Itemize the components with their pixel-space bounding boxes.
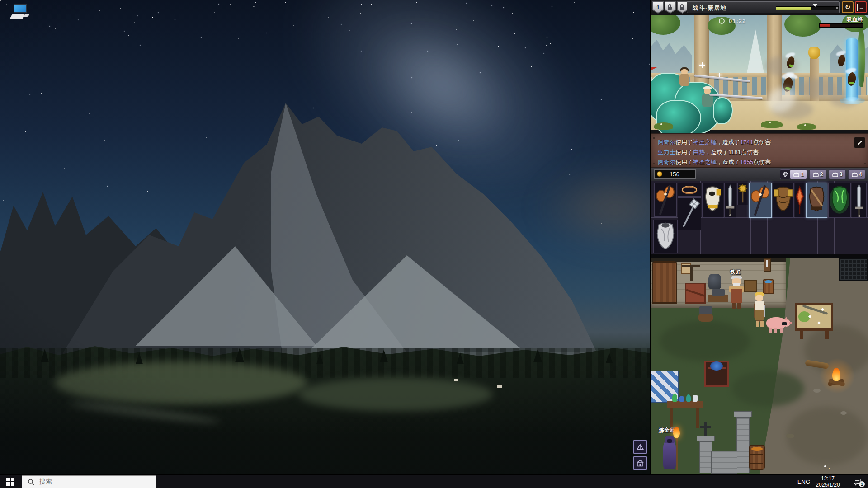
expand-icon [857,140,863,146]
stage-title: 战斗·聚居地 [693,4,726,12]
gem-button[interactable] [780,169,791,179]
potion-bottle-green [672,394,677,402]
bag-tab-number: 1 [801,171,804,178]
inventory-slot-armor-leather[interactable] [806,183,827,218]
hanging-plant [651,15,680,35]
talisman-red-icon [795,183,805,217]
inventory-slot-scepter[interactable] [678,197,701,230]
combat-log-line: 阿奇尔使用了神圣之锤，造成了1655点伤害 [658,158,771,166]
bag-tab-4[interactable]: 4 [848,169,865,179]
armor-leather-icon [807,183,827,217]
alchemist-npc[interactable] [662,435,681,473]
battle-scene: 01:22 吸血蜂 [651,15,868,133]
combat-log-line: 亚力士使用了白热，造成了1181点伤害 [658,148,759,156]
expand-log-button[interactable] [854,137,865,148]
inventory-slot-sword[interactable] [724,183,736,218]
blacksmith-npc[interactable] [728,276,745,309]
barrel-water [764,280,772,283]
metal-grate [839,258,868,281]
path-stone [840,411,847,415]
double-axe-icon [655,183,676,216]
grass-tuft [761,121,783,128]
crane-beam [682,265,700,267]
exit-icon: → [857,4,864,11]
bee-enemy [844,68,859,90]
red-pennant [651,67,657,70]
search-icon [28,479,35,486]
path-shade [786,407,868,465]
potion-table [667,401,703,408]
map-board[interactable] [795,303,833,331]
inventory-slot-armor-green[interactable] [828,183,851,218]
table-leg [696,408,699,428]
this-pc-icon[interactable] [11,4,30,22]
bag-tab-3[interactable]: 3 [829,169,846,179]
potion-bottle-teal [686,394,691,402]
language-indicator[interactable]: ENG [796,475,812,488]
crow [782,322,787,325]
taskbar-clock[interactable]: 12:17 2025/1/20 [811,475,845,488]
inventory-slot-armor-white[interactable] [702,183,723,218]
refresh-button[interactable]: ↻ [842,1,854,13]
inventory-slot-ring[interactable] [678,183,701,197]
inventory-slot-talisman-red[interactable] [795,183,805,218]
inventory-slot-mace-gold[interactable] [737,183,748,205]
search-box[interactable] [22,475,156,488]
enemy-hp-bar [819,23,863,28]
stage-progress-bar[interactable] [776,6,839,10]
bag-tab-number: 4 [859,171,862,178]
flower [660,123,662,125]
combat-log[interactable]: 阿奇尔使用了神圣之锤，造成了1741点伤害亚力士使用了白热，造成了1181点伤害… [651,133,868,168]
hanging-plant [784,15,821,37]
inventory-slot-double-axe[interactable] [749,183,772,218]
bag-icon [832,172,838,177]
inventory-slot-sword[interactable] [852,183,867,218]
stone-pillar [699,441,712,473]
torch-flame [673,427,680,438]
pig[interactable] [766,314,792,334]
battle-timer: 01:22 [729,18,746,24]
hero-fighter [679,67,690,88]
quick-button-house[interactable] [633,456,647,470]
grass-tuft [654,122,673,130]
armor-statue [708,274,721,289]
quick-button-tent[interactable] [633,440,647,454]
clock-icon [719,18,725,24]
bag-tab-2[interactable]: 2 [809,169,826,179]
search-input[interactable] [38,477,131,485]
hero-character[interactable] [751,291,767,328]
corner-ornament [653,137,655,139]
gold-urn [808,47,820,59]
inventory-slot-double-axe[interactable] [654,183,677,217]
exit-button[interactable]: → [855,1,867,13]
team-badge[interactable]: 1 [652,1,664,14]
inventory-slot-armor-silver[interactable] [653,220,678,253]
grass-shade [660,321,750,361]
inventory-slot-armor-brown[interactable] [773,183,794,218]
corner-ornament [864,163,866,164]
table-leg [670,408,673,428]
flower [769,122,771,123]
start-button[interactable] [0,475,21,488]
currency-bar: 156 1234 [651,168,868,181]
bee-enemy [784,53,798,71]
double-axe-icon [750,183,771,217]
grass-tuft [797,123,816,130]
barrel[interactable] [749,445,765,470]
stone-wall [711,451,737,474]
farmhouse [454,379,458,381]
enemy-hp-fill [820,24,830,27]
screen: 1 战斗·聚居地 ↻ → [0,0,868,488]
panel-divider [651,254,868,258]
windows-logo-icon [6,478,14,486]
notification-button[interactable]: 1 [848,475,866,488]
anvil-stand [698,314,713,322]
wooden-door [652,261,677,304]
bee-enemy [835,51,849,69]
anvil [712,289,725,296]
clock-date: 2025/1/20 [811,482,845,488]
lock-icon[interactable] [665,1,676,14]
meadow-patch [54,361,307,404]
bag-tab-1[interactable]: 1 [790,169,807,179]
board-leg [800,330,803,339]
